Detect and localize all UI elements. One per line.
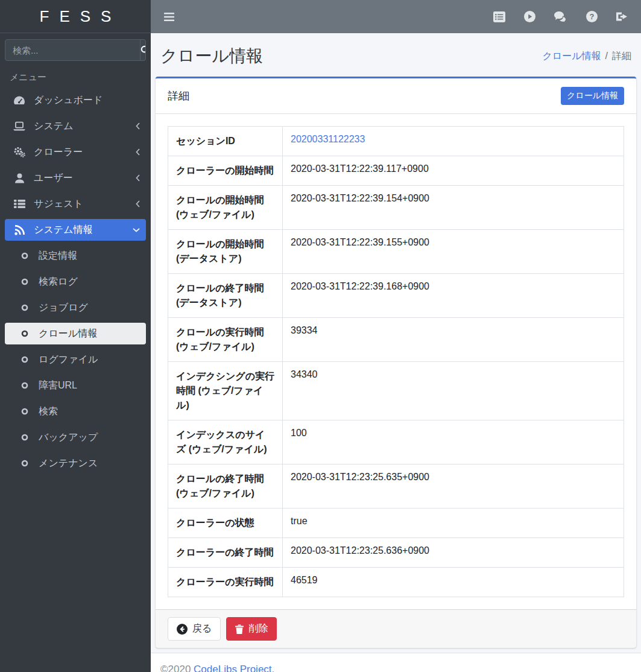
card-header: 詳細 クロール情報 [156,78,636,114]
sidebar-item-label: ユーザー [34,172,136,185]
chevron-left-icon [136,200,140,208]
sidebar-subitem-label: 障害URL [39,379,140,392]
table-row: クローラーの実行時間 46519 [168,568,624,597]
search-button[interactable] [140,40,146,60]
sidebar-subitem-crawling-info[interactable]: クロール情報 [5,323,146,344]
card-footer: 戻る 削除 [156,609,636,648]
codelibs-link[interactable]: CodeLibs Project. [194,664,274,672]
search-icon [141,45,146,55]
sidebar-subitem-label: メンテナンス [39,457,140,470]
cogs-icon [11,147,28,157]
table-row: クロールの開始時間 (データストア) 2020-03-31T12:22:39.1… [168,230,624,274]
sidebar-subitem-failure-url[interactable]: 障害URL [5,375,146,396]
breadcrumb-current: 詳細 [612,51,631,61]
row-value: 100 [283,420,624,464]
sidebar-nav: ダッシュボード システム [0,89,151,478]
sidebar-subitem-maintenance[interactable]: メンテナンス [5,452,146,474]
row-value: 2020-03-31T12:22:39.117+0900 [283,156,624,186]
sidebar-subitem-backup[interactable]: バックアップ [5,426,146,448]
sidebar-item-label: システム情報 [34,224,133,236]
sidebar-subitem-label: クロール情報 [39,328,140,340]
question-circle-icon[interactable]: ? [586,11,598,22]
row-value: 2020-03-31T12:23:25.635+0900 [283,464,624,509]
sidebar-subitem-config-info[interactable]: 設定情報 [5,245,146,267]
copyright-text: ©2020 [160,664,191,672]
circle-icon [19,408,30,415]
main-footer: ©2020 CodeLibs Project. [151,653,641,672]
comments-icon[interactable] [554,11,567,22]
sidebar-item-user[interactable]: ユーザー [5,167,146,189]
play-circle-icon[interactable] [524,11,535,22]
row-value: true [283,509,624,538]
circle-icon [19,304,30,311]
sidebar-subitem-label: 検索ログ [39,276,140,288]
row-label: クローラーの開始時間 [168,156,283,186]
row-label: クロールの開始時間 (データストア) [168,230,283,274]
user-icon [11,173,28,183]
sidebar-item-label: システム [34,120,136,133]
sidebar-subitem-label: バックアップ [39,431,140,444]
circle-icon [19,356,30,363]
list-alt-icon[interactable] [493,11,505,22]
row-label: インデクシングの実行時間 (ウェブ/ファイル) [168,362,283,420]
breadcrumb: クロール情報/詳細 [542,50,631,63]
row-value: 2020-03-31T12:22:39.155+0900 [283,230,624,274]
row-label: クロールの開始時間 (ウェブ/ファイル) [168,186,283,230]
sidebar-subitem-job-log[interactable]: ジョブログ [5,297,146,319]
brand-logo[interactable]: FESS [0,0,151,33]
sidebar-subitem-search-log[interactable]: 検索ログ [5,271,146,293]
row-label: クローラーの状態 [168,509,283,538]
row-label: クローラーの実行時間 [168,568,283,597]
sidebar-subitem-label: 設定情報 [39,250,140,262]
sidebar-item-suggest[interactable]: サジェスト [5,193,146,215]
row-value: 46519 [283,568,624,597]
sidebar-item-system-info[interactable]: システム情報 [5,219,146,241]
breadcrumb-link-crawling-info[interactable]: クロール情報 [542,51,601,61]
page-title: クロール情報 [160,45,263,68]
tachometer-icon [11,95,28,106]
circle-icon [19,330,30,337]
row-label: クローラーの終了時間 [168,538,283,568]
app-layout: FESS メニュー [0,0,641,672]
table-row: インデクシングの実行時間 (ウェブ/ファイル) 34340 [168,362,624,420]
sidebar-subitem-search[interactable]: 検索 [5,401,146,422]
row-value: 2020-03-31T12:22:39.154+0900 [283,186,624,230]
row-value: 2020-03-31T12:22:39.168+0900 [283,274,624,318]
sidebar-subitem-label: 検索 [39,405,140,418]
back-button[interactable]: 戻る [168,617,221,641]
main-area: ? クロール情報 クロール情報/詳細 詳細 クロール情報 [151,0,641,672]
search-input[interactable] [5,40,140,60]
detail-table: セッションID 20200331122233 クローラーの開始時間 2020-0… [168,126,624,597]
table-row: クローラーの状態 true [168,509,624,538]
card-title: 詳細 [168,89,189,103]
chevron-left-icon [136,174,140,182]
table-row: セッションID 20200331122233 [168,127,624,156]
sidebar-item-dashboard[interactable]: ダッシュボード [5,89,146,111]
sidebar-subitem-log-file[interactable]: ログファイル [5,349,146,370]
sidebar-search [5,39,146,61]
row-label: クロールの終了時間 (データストア) [168,274,283,318]
sign-out-icon[interactable] [616,11,628,22]
table-row: クロールの終了時間 (データストア) 2020-03-31T12:22:39.1… [168,274,624,318]
table-row: クロールの開始時間 (ウェブ/ファイル) 2020-03-31T12:22:39… [168,186,624,230]
sidebar-item-label: クローラー [34,146,136,159]
circle-icon [19,460,30,467]
sidebar-item-crawler[interactable]: クローラー [5,141,146,163]
table-row: クローラーの開始時間 2020-03-31T12:22:39.117+0900 [168,156,624,186]
laptop-icon [11,121,28,132]
sidebar-item-label: ダッシュボード [34,94,140,107]
sidebar: FESS メニュー [0,0,151,672]
sidebar-item-system[interactable]: システム [5,115,146,137]
rss-icon [11,225,28,235]
breadcrumb-separator: / [601,51,612,61]
crawling-info-list-button[interactable]: クロール情報 [561,87,624,105]
session-id-link[interactable]: 20200331122233 [291,134,365,144]
bars-icon[interactable] [164,13,174,21]
menu-header: メニュー [0,65,151,89]
row-label: インデックスのサイズ (ウェブ/ファイル) [168,420,283,464]
circle-icon [19,252,30,259]
svg-text:?: ? [590,12,595,21]
table-row: クロールの実行時間 (ウェブ/ファイル) 39334 [168,318,624,362]
table-row: インデックスのサイズ (ウェブ/ファイル) 100 [168,420,624,464]
delete-button[interactable]: 削除 [226,617,277,641]
